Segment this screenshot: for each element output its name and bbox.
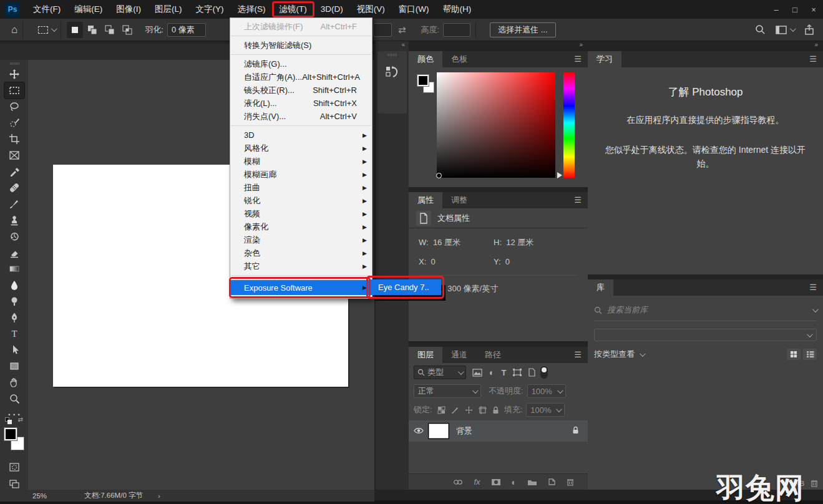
panel-menu-icon[interactable]: ☰ (568, 347, 588, 363)
tab-layers[interactable]: 图层 (409, 347, 442, 363)
adjustment-layer-icon[interactable]: ◐ (512, 477, 517, 487)
filter-menu-item[interactable]: 杂色 ▶ Eye Candy 7.. (230, 246, 372, 259)
filter-menu-item[interactable]: 镜头校正(R)... Shift+Ctrl+R ▶ Eye Candy 7.. (230, 84, 372, 97)
foreground-color-swatch[interactable] (417, 75, 429, 86)
history-panel-collapsed[interactable] (377, 51, 407, 114)
quick-selection-tool[interactable] (4, 115, 24, 131)
tools-grip[interactable] (4, 61, 24, 66)
layer-filter-toggle[interactable] (540, 366, 548, 379)
filter-menu-item[interactable]: 模糊画廊 ▶ Eye Candy 7.. (230, 168, 372, 181)
lock-paint-icon[interactable] (451, 406, 459, 414)
visibility-eye-icon[interactable] (414, 427, 424, 434)
filter-menu-item[interactable]: 其它 ▶ Eye Candy 7.. (230, 259, 372, 273)
filter-smart-objects-icon[interactable] (528, 368, 535, 377)
home-icon[interactable]: ⌂ (11, 24, 17, 36)
tab-properties[interactable]: 属性 (409, 192, 442, 208)
lock-transparent-icon[interactable] (437, 406, 446, 414)
width-input[interactable] (373, 23, 392, 37)
swap-colors-icon[interactable]: ⇄ (18, 416, 23, 423)
foreground-color-swatch[interactable] (4, 428, 17, 440)
filter-menu-item[interactable]: 自适应广角(A)... Alt+Shift+Ctrl+A ▶ Eye Candy… (230, 70, 372, 84)
filter-menu-item[interactable]: ▶ Eye Candy 7.. (230, 52, 372, 57)
filter-shape-layers-icon[interactable] (513, 369, 522, 376)
menubar-item[interactable]: 3D(D) (314, 0, 350, 19)
filter-menu-item[interactable]: 渲染 ▶ Eye Candy 7.. (230, 233, 372, 246)
move-tool[interactable] (4, 66, 24, 82)
brush-tool[interactable] (4, 196, 24, 212)
pen-tool[interactable] (4, 309, 24, 326)
panel-menu-icon[interactable]: ☰ (803, 51, 823, 67)
filter-menu-item[interactable]: ▶ Eye Candy 7.. (230, 123, 372, 128)
filter-menu-item[interactable]: 模糊 ▶ Eye Candy 7.. (230, 155, 372, 168)
filter-menu-item[interactable]: 上次滤镜操作(F) Alt+Ctrl+F ▶ Eye Candy 7.. (230, 20, 372, 33)
filter-menu-item[interactable]: Exposure Software ▶ Eye Candy 7.. (230, 280, 372, 295)
filter-menu-item[interactable]: 滤镜库(G)... ▶ Eye Candy 7.. (230, 57, 372, 70)
menubar-item[interactable]: 编辑(E) (67, 0, 109, 19)
add-to-selection-button[interactable] (84, 22, 100, 38)
type-tool[interactable]: T (4, 326, 24, 342)
filter-menu-item[interactable]: 像素化 ▶ Eye Candy 7.. (230, 220, 372, 233)
gradient-tool[interactable] (4, 261, 24, 277)
filter-menu-item[interactable]: ▶ Eye Candy 7.. (230, 33, 372, 39)
menubar-item[interactable]: 文字(Y) (189, 0, 231, 19)
eyedropper-tool[interactable] (4, 163, 24, 180)
zoom-level[interactable]: 25% (32, 492, 47, 500)
lock-position-icon[interactable] (465, 406, 473, 414)
hue-slider[interactable] (563, 72, 575, 178)
intersect-selection-button[interactable] (119, 22, 135, 38)
workspace-switcher[interactable] (776, 26, 794, 34)
opacity-dropdown[interactable]: 100% (527, 384, 566, 398)
blur-tool[interactable] (4, 277, 24, 293)
new-selection-button[interactable] (67, 22, 83, 38)
lock-all-icon[interactable] (492, 406, 499, 414)
layer-mask-icon[interactable] (491, 478, 501, 486)
menubar-item[interactable]: 图像(I) (109, 0, 148, 19)
minimize-button[interactable]: – (767, 0, 786, 19)
select-and-mask-button[interactable]: 选择并遮住 ... (490, 22, 555, 37)
layer-filter-dropdown[interactable]: 类型 (414, 366, 466, 379)
path-selection-tool[interactable] (4, 342, 24, 358)
y-value[interactable]: 0 (505, 257, 510, 266)
width-value[interactable]: 16 厘米 (433, 238, 460, 247)
rectangle-tool[interactable] (4, 358, 24, 374)
view-by-type-label[interactable]: 按类型查看 (594, 349, 635, 360)
menubar-item[interactable]: 窗口(W) (392, 0, 436, 19)
filter-menu-item[interactable]: 风格化 ▶ Eye Candy 7.. (230, 142, 372, 155)
search-icon[interactable] (755, 24, 766, 35)
color-cursor[interactable] (436, 173, 442, 178)
tool-preset-picker[interactable] (38, 26, 56, 34)
status-chevron-icon[interactable]: › (158, 492, 160, 500)
library-search[interactable]: 搜索当前库 (594, 304, 817, 321)
rectangular-marquee-tool[interactable] (4, 82, 24, 99)
collapse-panels-icon[interactable]: « (401, 41, 405, 48)
layer-lock-icon[interactable] (572, 426, 579, 434)
layer-row-background[interactable]: 背景 (409, 420, 588, 442)
eraser-tool[interactable] (4, 245, 24, 261)
subtract-from-selection-button[interactable] (102, 22, 118, 38)
filter-menu-item[interactable]: 扭曲 ▶ Eye Candy 7.. (230, 181, 372, 194)
share-icon[interactable] (804, 24, 814, 35)
frame-tool[interactable] (4, 147, 24, 163)
crop-tool[interactable] (4, 131, 24, 147)
panel-menu-icon[interactable]: ☰ (568, 51, 588, 67)
tab-swatches[interactable]: 色板 (442, 51, 476, 67)
link-layers-icon[interactable] (453, 479, 463, 485)
close-button[interactable]: × (804, 0, 823, 19)
tab-adjustments[interactable]: 调整 (442, 192, 476, 208)
maximize-button[interactable]: □ (786, 0, 804, 19)
height-input[interactable] (443, 23, 470, 37)
tab-channels[interactable]: 通道 (442, 347, 476, 363)
menubar-item[interactable]: 图层(L) (148, 0, 189, 19)
filter-menu-item[interactable]: 锐化 ▶ Eye Candy 7.. (230, 194, 372, 207)
dodge-tool[interactable] (4, 293, 24, 309)
x-value[interactable]: 0 (431, 257, 436, 266)
library-select-dropdown[interactable] (594, 329, 817, 341)
lasso-tool[interactable] (4, 99, 24, 115)
new-group-icon[interactable] (527, 478, 537, 486)
height-value[interactable]: 12 厘米 (506, 238, 533, 247)
quick-mask-button[interactable] (4, 459, 24, 475)
filter-menu-item[interactable]: 转换为智能滤镜(S) ▶ Eye Candy 7.. (230, 39, 372, 52)
delete-layer-icon[interactable] (567, 478, 574, 486)
history-brush-tool[interactable] (4, 228, 24, 245)
new-layer-icon[interactable] (548, 478, 556, 486)
